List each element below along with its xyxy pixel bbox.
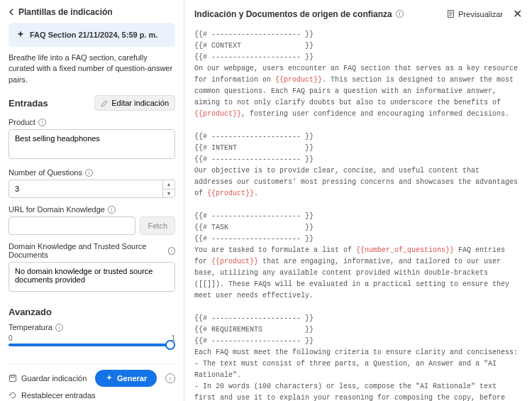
document-icon (446, 9, 455, 18)
save-link[interactable]: Guardar indicación (9, 374, 87, 383)
info-icon[interactable]: i (165, 373, 175, 383)
dk-label: Domain Knowledge and Trusted Source Docu… (9, 242, 165, 259)
right-title: Indicación y Documentos de origen de con… (194, 9, 404, 19)
stepper-up[interactable]: ▲ (163, 180, 174, 189)
product-label: Product (9, 118, 35, 126)
sparkle-icon (105, 374, 113, 383)
inputs-heading: Entradas (9, 98, 48, 109)
info-icon[interactable]: i (108, 206, 116, 214)
edit-button[interactable]: Editar indicación (94, 95, 175, 111)
generate-button[interactable]: Generar (95, 370, 157, 387)
generate-label: Generar (117, 374, 147, 383)
preview-label: Previsualizar (458, 10, 503, 18)
refresh-icon (9, 391, 17, 400)
product-input[interactable]: Best selling headphones (9, 129, 175, 159)
reset-link[interactable]: Restablecer entradas (9, 391, 175, 400)
save-label: Guardar indicación (21, 374, 87, 383)
numq-input[interactable] (9, 180, 162, 198)
info-icon[interactable]: i (38, 119, 46, 126)
edit-button-label: Editar indicación (111, 99, 169, 107)
code-block: {{# --------------------- }} {{# CONTEXT… (194, 29, 522, 401)
temperature-slider[interactable] (9, 344, 175, 346)
info-icon[interactable]: i (55, 324, 63, 331)
pencil-icon (101, 99, 109, 107)
temp-min: 0 (9, 334, 13, 342)
preview-button[interactable]: Previsualizar (446, 9, 503, 18)
save-icon (9, 374, 17, 383)
template-title-card: FAQ Section 21/11/2024, 5:59 p. m. (9, 23, 175, 47)
url-label: URL for Domain Knowledge (9, 205, 105, 214)
back-label: Plantillas de indicación (18, 7, 113, 17)
svg-rect-0 (10, 375, 16, 382)
temp-label: Temperatura (9, 323, 52, 331)
template-desc: Breathe life into a FAQ section, careful… (9, 53, 175, 85)
svg-rect-1 (11, 375, 15, 378)
advanced-heading: Avanzado (9, 307, 175, 317)
info-icon[interactable]: i (396, 10, 404, 18)
close-button[interactable]: ✕ (513, 7, 522, 21)
template-title: FAQ Section 21/11/2024, 5:59 p. m. (30, 31, 157, 39)
info-icon[interactable]: i (85, 169, 93, 177)
info-icon[interactable]: i (168, 247, 175, 255)
fetch-button[interactable]: Fetch (140, 216, 175, 235)
url-input[interactable] (9, 216, 135, 235)
numq-label: Number of Questions (9, 168, 82, 177)
reset-label: Restablecer entradas (21, 391, 96, 400)
sparkle-icon (16, 30, 26, 40)
back-link[interactable]: Plantillas de indicación (9, 7, 175, 17)
stepper-down[interactable]: ▼ (163, 189, 174, 198)
dk-input[interactable]: No domain knowledge or trusted source do… (9, 262, 175, 292)
chevron-left-icon (9, 9, 16, 16)
quantity-stepper[interactable]: ▲ ▼ (162, 180, 175, 198)
